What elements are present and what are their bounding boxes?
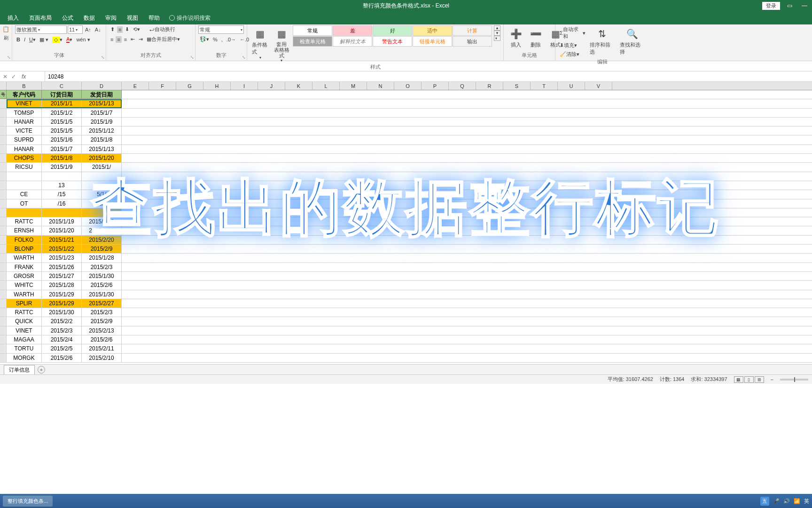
- style-警告文本[interactable]: 警告文本: [373, 36, 412, 47]
- col-S[interactable]: S: [503, 82, 531, 90]
- col-U[interactable]: U: [558, 82, 585, 90]
- table-row[interactable]: MORGK2015/2/62015/2/10: [0, 354, 812, 363]
- style-解释性文本[interactable]: 解释性文本: [333, 36, 372, 47]
- cancel-formula-icon[interactable]: ✕: [3, 73, 8, 80]
- indent-decrease-icon[interactable]: ⇤: [129, 36, 136, 43]
- table-row[interactable]: RATTC2015/1/192015/1/22: [0, 217, 812, 226]
- style-计算[interactable]: 计算: [453, 25, 492, 36]
- col-O[interactable]: O: [394, 82, 422, 90]
- col-Q[interactable]: Q: [449, 82, 476, 90]
- tab-insert[interactable]: 插入: [7, 12, 20, 24]
- spreadsheet-grid[interactable]: B C D EFGHIJKLMNOPQRSTUV 号 客户代码 订货日期 发货日…: [0, 82, 812, 364]
- table-row[interactable]: TORTU2015/2/52015/2/11: [0, 344, 812, 353]
- currency-icon[interactable]: 💱▾: [198, 36, 211, 43]
- ribbon-display-icon[interactable]: ▭: [784, 2, 795, 9]
- style-好[interactable]: 好: [373, 25, 412, 36]
- col-J[interactable]: J: [258, 82, 285, 90]
- bold-button[interactable]: B: [15, 36, 22, 43]
- increase-font-icon[interactable]: A↑: [84, 26, 93, 33]
- taskbar-item[interactable]: 整行填充颜色条...: [3, 496, 53, 507]
- volume-icon[interactable]: 🔊: [783, 498, 790, 504]
- lang-icon[interactable]: 英: [804, 498, 809, 505]
- style-gallery[interactable]: 常规差好适中计算检查单元格解释性文本警告文本链接单元格输出: [293, 25, 492, 47]
- sheet-tab[interactable]: 订单信息: [4, 365, 35, 374]
- clear-button[interactable]: 🧹 清除 ▾: [558, 50, 587, 58]
- tab-layout[interactable]: 页面布局: [28, 12, 53, 24]
- col-T[interactable]: T: [531, 82, 558, 90]
- login-button[interactable]: 登录: [762, 2, 780, 10]
- autosum-button[interactable]: Σ 自动求和 ▾: [558, 25, 587, 40]
- gallery-down-icon[interactable]: ▼: [494, 31, 500, 36]
- decrease-font-icon[interactable]: A↓: [94, 26, 102, 33]
- tab-data[interactable]: 数据: [83, 12, 96, 24]
- table-row[interactable]: GROSR2015/1/272015/1/30: [0, 272, 812, 281]
- number-format-select[interactable]: 常规▾: [198, 25, 244, 34]
- wrap-text-button[interactable]: ⮐ 自动换行: [148, 25, 177, 33]
- table-row[interactable]: FOLKO2015/1/212015/2/20: [0, 236, 812, 245]
- style-差[interactable]: 差: [333, 25, 372, 36]
- comma-icon[interactable]: ,: [220, 36, 224, 43]
- table-row[interactable]: [0, 172, 812, 181]
- col-C[interactable]: C: [42, 82, 82, 90]
- align-launcher-icon[interactable]: ⤡: [190, 55, 194, 60]
- merge-button[interactable]: ▦ 合并后居中 ▾: [145, 35, 181, 43]
- col-M[interactable]: M: [340, 82, 367, 90]
- align-left-icon[interactable]: ≡: [109, 36, 115, 43]
- align-right-icon[interactable]: ≡: [123, 36, 128, 43]
- table-row[interactable]: RATTC2015/1/302015/2/3: [0, 308, 812, 317]
- col-R[interactable]: R: [476, 82, 503, 90]
- col-V[interactable]: V: [585, 82, 612, 90]
- mic-icon[interactable]: 🎤: [773, 498, 780, 504]
- minimize-icon[interactable]: —: [799, 2, 810, 9]
- paste-icon[interactable]: 📋: [2, 25, 10, 33]
- insert-cells-button[interactable]: ➕插入: [507, 25, 525, 49]
- table-row[interactable]: FRANK2015/1/262015/2/3: [0, 263, 812, 272]
- align-top-icon[interactable]: ⬆: [109, 26, 116, 33]
- align-center-icon[interactable]: ≡: [116, 36, 121, 43]
- col-P[interactable]: P: [422, 82, 449, 90]
- col-F[interactable]: F: [149, 82, 176, 90]
- gallery-more-icon[interactable]: ▾: [494, 36, 500, 41]
- font-name-select[interactable]: 微软雅黑▾: [15, 25, 67, 34]
- style-适中[interactable]: 适中: [413, 25, 452, 36]
- table-row[interactable]: VICTE2015/1/52015/1/12: [0, 127, 812, 135]
- tab-help[interactable]: 帮助: [148, 12, 161, 24]
- table-row[interactable]: MAGAA2015/2/42015/2/6: [0, 335, 812, 344]
- table-row[interactable]: VINET2015/1/12015/1/13: [0, 99, 812, 108]
- table-row[interactable]: SPLIR2015/1/292015/2/27: [0, 299, 812, 308]
- col-L[interactable]: L: [312, 82, 340, 90]
- delete-cells-button[interactable]: ➖删除: [526, 25, 545, 49]
- phonetic-button[interactable]: wén ▾: [75, 36, 91, 43]
- font-color-button[interactable]: A▾: [65, 36, 74, 43]
- normal-view-icon[interactable]: ▦: [734, 376, 743, 383]
- table-row[interactable]: VINET2015/2/32015/2/13: [0, 326, 812, 335]
- table-row[interactable]: BLONP2015/1/222015/2/9: [0, 245, 812, 254]
- network-icon[interactable]: 📶: [794, 498, 800, 504]
- col-D[interactable]: D: [82, 82, 122, 90]
- indent-increase-icon[interactable]: ⇥: [137, 36, 144, 43]
- sort-filter-button[interactable]: ⇅排序和筛选: [588, 25, 617, 56]
- col-K[interactable]: K: [285, 82, 312, 90]
- tab-review[interactable]: 审阅: [104, 12, 117, 24]
- tell-me[interactable]: 操作说明搜索: [169, 14, 211, 22]
- increase-decimal-icon[interactable]: .0→: [225, 36, 237, 43]
- table-row[interactable]: ERNSH2015/1/202015/1/28: [0, 226, 812, 235]
- fill-color-button[interactable]: ◇▾: [51, 36, 64, 43]
- align-middle-icon[interactable]: ≡: [117, 26, 123, 33]
- col-B[interactable]: B: [7, 82, 42, 90]
- italic-button[interactable]: I: [23, 36, 27, 43]
- table-format-button[interactable]: ▦ 套用 表格格式▾: [272, 25, 292, 64]
- table-row[interactable]: WHITC2015/1/282015/2/6: [0, 281, 812, 290]
- col-I[interactable]: I: [231, 82, 258, 90]
- style-链接单元格[interactable]: 链接单元格: [413, 36, 452, 47]
- page-break-icon[interactable]: ⊞: [755, 376, 764, 383]
- find-select-button[interactable]: 🔍查找和选择: [618, 25, 647, 56]
- table-row[interactable]: OT/165/: [0, 199, 812, 208]
- col-G[interactable]: G: [176, 82, 203, 90]
- table-row[interactable]: RICSU2015/1/92015/1/: [0, 163, 812, 172]
- conditional-format-button[interactable]: ▦ 条件格式▾: [250, 25, 271, 61]
- add-sheet-icon[interactable]: +: [38, 366, 45, 373]
- table-row[interactable]: CHOPS2015/1/82015/1/20: [0, 154, 812, 163]
- underline-button[interactable]: U ▾: [28, 36, 37, 43]
- table-row[interactable]: WARTH2015/1/232015/1/28: [0, 254, 812, 262]
